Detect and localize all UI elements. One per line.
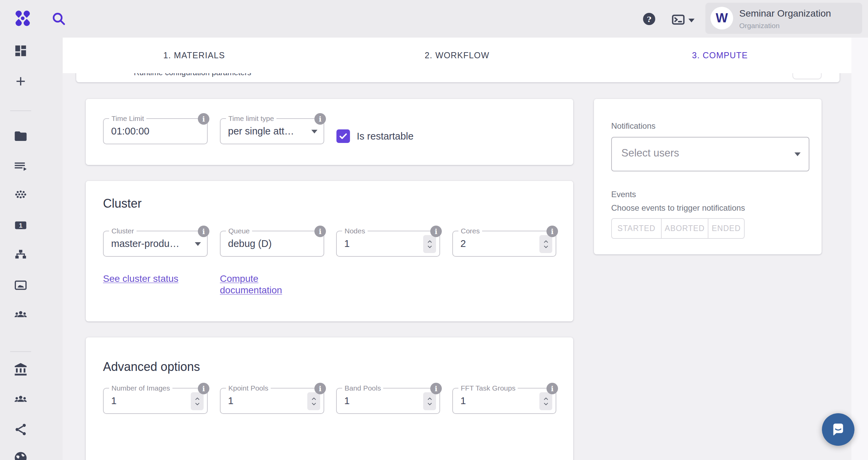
tab-materials[interactable]: 1. MATERIALS — [63, 38, 326, 73]
events-label: Events — [611, 190, 636, 199]
sidebar-item-projects[interactable] — [14, 129, 28, 143]
info-icon[interactable]: i — [314, 226, 326, 237]
bank-icon — [14, 362, 28, 377]
sidebar-item-share[interactable] — [14, 422, 28, 437]
info-icon[interactable]: i — [430, 226, 442, 237]
tab-workflow[interactable]: 2. WORKFLOW — [326, 38, 588, 73]
chevron-down-icon — [427, 402, 432, 405]
sidebar-item-workflows[interactable] — [14, 248, 28, 262]
event-ended-button[interactable]: ENDED — [708, 218, 745, 239]
time-limit-type-field[interactable]: Time limit type per single att… i — [220, 118, 324, 144]
chevron-down-icon — [543, 402, 549, 405]
flowchart-icon — [14, 248, 28, 262]
events-hint: Choose events to trigger notifications — [611, 203, 745, 213]
event-toggle-group: STARTED ABORTED ENDED — [611, 218, 745, 239]
search-icon[interactable] — [51, 11, 66, 26]
sidebar-item-explore[interactable] — [14, 451, 28, 460]
folder-icon — [14, 129, 28, 143]
queue-field: Queue i — [220, 231, 324, 257]
chevron-down-icon — [543, 245, 549, 248]
chevron-up-icon — [195, 397, 200, 400]
fft-task-groups-stepper[interactable] — [539, 392, 552, 410]
chevron-up-icon — [311, 397, 316, 400]
band-pools-stepper[interactable] — [423, 392, 436, 410]
info-icon[interactable]: i — [314, 113, 326, 125]
info-icon[interactable]: i — [546, 226, 558, 237]
help-icon[interactable]: ? — [643, 13, 655, 25]
info-icon[interactable]: i — [198, 113, 209, 125]
nodes-input[interactable] — [344, 231, 413, 256]
globe-icon — [14, 451, 28, 460]
svg-text:1: 1 — [19, 222, 22, 229]
event-started-button[interactable]: STARTED — [611, 218, 662, 239]
cluster-status-link[interactable]: See cluster status — [103, 273, 179, 285]
info-icon[interactable]: i — [314, 383, 326, 394]
cluster-heading: Cluster — [103, 196, 142, 211]
nodes-stepper[interactable] — [423, 235, 436, 253]
sidebar-item-jobs[interactable] — [14, 160, 28, 174]
kpoint-pools-field: Kpoint Pools i — [220, 388, 324, 414]
dashboard-icon — [14, 44, 28, 58]
info-icon[interactable]: i — [546, 383, 558, 394]
advanced-options-card: Advanced options Number of Images i Kpoi… — [86, 337, 573, 460]
share-icon — [14, 422, 28, 437]
sidebar-item-jobs-board[interactable]: 1 — [14, 218, 28, 232]
number-of-images-input[interactable] — [111, 389, 181, 413]
number-of-images-stepper[interactable] — [191, 392, 204, 410]
kpoint-pools-input[interactable] — [228, 389, 297, 413]
is-restartable-checkbox[interactable] — [336, 129, 350, 143]
queue-input[interactable] — [228, 231, 297, 256]
event-aborted-button[interactable]: ABORTED — [662, 218, 708, 239]
plus-icon — [14, 74, 28, 88]
team-icon — [14, 393, 28, 407]
sidebar-item-team[interactable] — [14, 393, 28, 407]
info-icon[interactable]: i — [430, 383, 442, 394]
advanced-options-heading: Advanced options — [103, 360, 200, 374]
number-of-images-field: Number of Images i — [103, 388, 208, 414]
cores-input[interactable] — [460, 231, 529, 256]
terminal-icon — [671, 12, 686, 28]
notifications-label: Notifications — [611, 121, 656, 131]
avatar: W — [710, 7, 733, 29]
fft-task-groups-input[interactable] — [460, 389, 529, 413]
sidebar-item-materials[interactable] — [14, 188, 28, 203]
time-limit-type-value: per single att… — [228, 119, 297, 144]
sidebar-item-create-new[interactable] — [14, 74, 28, 88]
dropdown-caret-icon — [195, 242, 201, 246]
app-logo-icon[interactable] — [14, 9, 32, 27]
dropdown-caret-icon — [311, 130, 317, 133]
time-limit-input[interactable] — [111, 119, 181, 144]
info-icon[interactable]: i — [198, 226, 209, 237]
organization-badge[interactable]: W Seminar Organization Organization — [705, 3, 862, 34]
atoms-icon — [14, 188, 28, 203]
kpoint-pools-stepper[interactable] — [307, 392, 320, 410]
info-icon[interactable]: i — [198, 383, 209, 394]
terminal-menu-button[interactable] — [671, 14, 695, 27]
top-bar: ? W Seminar Organization Organization — [0, 0, 868, 38]
cluster-field[interactable]: Cluster master-produ… i — [103, 231, 208, 257]
select-users-dropdown[interactable]: Select users — [611, 137, 809, 171]
band-pools-input[interactable] — [344, 389, 413, 413]
sidebar-item-shared-entities[interactable] — [14, 308, 28, 322]
sidebar-item-organization[interactable] — [14, 362, 28, 377]
chat-bubble-icon — [829, 420, 848, 439]
chat-launcher-button[interactable] — [822, 413, 854, 446]
fft-task-groups-field: FFT Task Groups i — [452, 388, 556, 414]
sidebar-divider — [10, 110, 31, 111]
notifications-card: Notifications Select users Events Choose… — [594, 99, 822, 254]
chevron-down-icon — [195, 402, 200, 405]
sidebar-divider — [10, 351, 31, 352]
card-one-icon: 1 — [14, 218, 28, 232]
app-root: { "colors": { "accent_purple": "#5436C9"… — [0, 0, 868, 460]
scroll-gutter[interactable] — [851, 38, 868, 460]
compute-documentation-link[interactable]: Compute documentation — [220, 273, 291, 296]
dropdown-caret-icon — [794, 152, 801, 156]
chevron-down-icon — [688, 19, 695, 22]
cores-stepper[interactable] — [539, 235, 552, 253]
cores-field: Cores i — [452, 231, 556, 257]
tab-compute[interactable]: 3. COMPUTE — [588, 38, 851, 73]
sidebar-item-charts[interactable] — [14, 278, 28, 292]
playlist-play-icon — [14, 160, 28, 174]
sidebar-item-dashboard[interactable] — [14, 44, 28, 58]
chevron-up-icon — [543, 240, 549, 243]
